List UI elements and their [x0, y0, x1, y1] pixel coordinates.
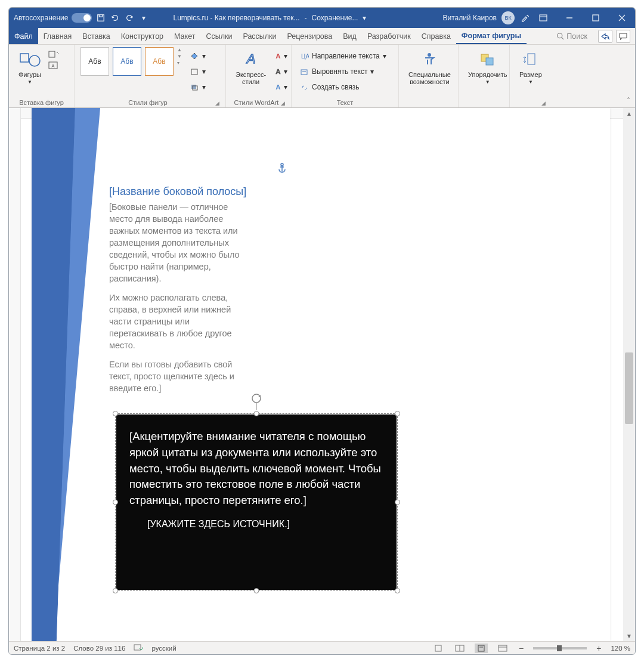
shape-style-1[interactable]: Абв — [80, 47, 109, 76]
quote-source[interactable]: [УКАЖИТЕ ЗДЕСЬ ИСТОЧНИК.] — [147, 517, 383, 531]
shape-effects-button[interactable]: ▾ — [188, 81, 208, 94]
svg-rect-8 — [620, 33, 627, 38]
shapes-gallery-button[interactable]: Фигуры ▼ — [15, 47, 45, 87]
scroll-down-icon[interactable]: ▼ — [623, 630, 635, 641]
tab-view[interactable]: Вид — [338, 28, 362, 44]
minimize-button[interactable] — [556, 8, 583, 28]
tab-design[interactable]: Конструктор — [116, 28, 169, 44]
vertical-scrollbar[interactable]: ▲ ▼ — [623, 108, 635, 641]
scroll-thumb[interactable] — [625, 352, 633, 424]
svg-rect-15 — [191, 85, 196, 89]
shape-outline-button[interactable]: ▾ — [188, 65, 208, 78]
text-align-button[interactable]: Выровнять текст ▾ — [298, 65, 389, 78]
tab-help[interactable]: Справка — [416, 28, 456, 44]
status-bar: Страница 2 из 2 Слово 29 из 116 русский … — [9, 641, 635, 654]
svg-text:A: A — [245, 51, 255, 66]
close-button[interactable] — [609, 8, 635, 28]
svg-rect-23 — [486, 58, 493, 65]
text-group-label: Текст — [298, 98, 392, 106]
sidebar-title[interactable]: [Название боковой полосы] — [109, 185, 246, 198]
maximize-button[interactable] — [583, 8, 609, 28]
tab-home[interactable]: Главная — [38, 28, 78, 44]
svg-point-6 — [558, 33, 562, 38]
spellcheck-icon[interactable] — [134, 644, 143, 653]
text-fill-button[interactable]: A▾ — [273, 50, 289, 63]
sidebar-text[interactable]: [Боковые панели — отличное место для выв… — [109, 201, 246, 401]
tab-review[interactable]: Рецензирова — [282, 28, 338, 44]
size-launcher-icon[interactable]: ◢ — [541, 100, 546, 106]
svg-rect-14 — [191, 69, 197, 75]
quote-text[interactable]: [Акцентируйте внимание читателя с помощь… — [129, 429, 383, 509]
edit-shape-icon[interactable] — [48, 51, 59, 59]
svg-rect-9 — [20, 54, 29, 62]
arrange-button[interactable]: Упорядочить▼ — [465, 47, 510, 87]
sidebar-shape[interactable] — [32, 108, 109, 641]
svg-point-10 — [29, 55, 40, 66]
wordart-styles-button[interactable]: A Экспресс-стили — [232, 47, 270, 88]
text-direction-button[interactable]: ЦАНаправление текста ▾ — [298, 50, 389, 63]
word-count[interactable]: Слово 29 из 116 — [73, 645, 125, 652]
qat-dropdown-icon[interactable]: ▾ — [138, 13, 149, 23]
size-button[interactable]: Размер▼ — [516, 47, 546, 87]
save-icon[interactable] — [95, 13, 106, 23]
document-area[interactable]: [Название боковой полосы] [Боковые панел… — [9, 108, 623, 641]
styles-scroll-up-icon[interactable]: ▲ — [177, 47, 184, 52]
text-effects-button[interactable]: A▾ — [273, 81, 289, 94]
undo-icon[interactable] — [110, 13, 120, 23]
anchor-icon — [277, 163, 287, 176]
comments-button[interactable] — [616, 30, 630, 43]
tab-references[interactable]: Ссылки — [200, 28, 237, 44]
shape-fill-button[interactable]: ▾ — [188, 50, 208, 63]
share-button[interactable] — [598, 30, 612, 43]
app-window: Автосохранение ▾ Lumpics.ru - Как перево… — [8, 7, 636, 655]
accessibility-button[interactable]: Специальные возможности — [405, 47, 454, 88]
ribbon-display-icon[interactable] — [530, 8, 556, 28]
rotation-handle[interactable] — [250, 392, 262, 404]
page[interactable]: [Название боковой полосы] [Боковые панел… — [32, 108, 610, 641]
shape-styles-launcher-icon[interactable]: ◢ — [215, 100, 219, 106]
tab-shape-format[interactable]: Формат фигуры — [456, 28, 527, 44]
svg-point-21 — [428, 53, 431, 57]
tab-insert[interactable]: Вставка — [77, 28, 115, 44]
language-indicator[interactable]: русский — [151, 645, 176, 652]
scroll-up-icon[interactable]: ▲ — [623, 108, 635, 119]
redo-icon[interactable] — [124, 13, 135, 23]
wordart-launcher-icon[interactable]: ◢ — [281, 100, 285, 106]
print-layout-view-icon[interactable] — [475, 644, 488, 653]
svg-rect-3 — [593, 15, 599, 21]
textbox-icon[interactable]: A — [48, 61, 59, 70]
tab-file[interactable]: Файл — [9, 28, 38, 44]
vertical-ruler[interactable] — [9, 108, 21, 641]
svg-text:ЦА: ЦА — [301, 53, 309, 60]
ribbon-tabs: Файл Главная Вставка Конструктор Макет С… — [9, 28, 635, 45]
zoom-level[interactable]: 120 % — [611, 645, 630, 652]
text-outline-button[interactable]: A▾ — [273, 65, 289, 78]
title-dropdown-icon[interactable]: ▾ — [363, 14, 366, 22]
drawing-mode-icon[interactable] — [519, 13, 530, 23]
autosave-toggle[interactable] — [72, 13, 92, 23]
tab-developer[interactable]: Разработчик — [362, 28, 416, 44]
quote-textbox[interactable]: [Акцентируйте внимание читателя с помощь… — [116, 414, 397, 590]
tab-layout[interactable]: Макет — [169, 28, 200, 44]
wordart-group-label: Стили WordArt — [232, 98, 281, 106]
shape-style-3[interactable]: Абв — [145, 47, 174, 76]
svg-rect-0 — [98, 15, 104, 21]
collapse-ribbon-icon[interactable]: ˄ — [627, 97, 630, 105]
read-view-icon[interactable] — [453, 644, 466, 653]
zoom-out-button[interactable]: − — [518, 644, 525, 653]
svg-rect-1 — [540, 15, 547, 21]
web-layout-view-icon[interactable] — [496, 644, 509, 653]
svg-rect-31 — [435, 645, 441, 651]
zoom-slider[interactable] — [533, 647, 587, 649]
user-name: Виталий Каиров — [442, 14, 497, 22]
focus-view-icon[interactable] — [432, 644, 445, 653]
user-avatar[interactable]: ВК — [501, 11, 515, 24]
page-indicator[interactable]: Страница 2 из 2 — [14, 645, 65, 652]
zoom-in-button[interactable]: + — [595, 644, 602, 653]
tab-mailings[interactable]: Рассылки — [237, 28, 281, 44]
search-box[interactable]: Поиск — [556, 28, 593, 44]
shape-style-2[interactable]: Абв — [113, 47, 141, 76]
styles-more-icon[interactable]: ▾ — [177, 60, 184, 66]
styles-scroll-down-icon[interactable]: ▼ — [177, 54, 184, 59]
create-link-button[interactable]: Создать связь — [298, 81, 389, 94]
